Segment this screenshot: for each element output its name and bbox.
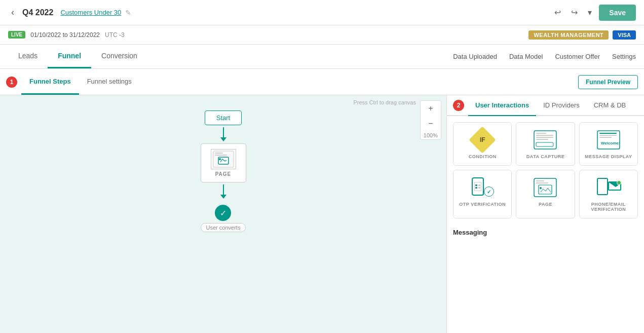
component-phone-email[interactable]: PHONE/EMAIL VERIFICATION — [579, 170, 638, 218]
canvas-hint: Press Ctrl to drag canvas — [354, 99, 416, 105]
svg-rect-8 — [536, 137, 553, 138]
svg-rect-9 — [536, 139, 548, 140]
component-condition[interactable]: IF CONDITION — [453, 122, 512, 166]
page-label: PAGE — [539, 202, 552, 207]
zoom-controls: + − 100% — [420, 100, 441, 140]
utc-label: UTC -3 — [105, 31, 125, 39]
page-node-icon — [211, 149, 236, 169]
panel-tab-crm-db[interactable]: CRM & DB — [587, 95, 633, 116]
nav-customer-offer[interactable]: Customer Offer — [555, 53, 600, 60]
main-layout: Press Ctrl to drag canvas + − 100% Start — [0, 95, 644, 333]
svg-rect-14 — [599, 137, 612, 138]
right-panel: 2 User Interactions ID Providers CRM & D… — [446, 95, 644, 333]
messaging-section-title: Messaging — [453, 225, 638, 240]
zoom-in-button[interactable]: + — [423, 101, 438, 116]
svg-text:Welcome!: Welcome! — [601, 141, 620, 145]
start-node[interactable]: Start — [205, 110, 242, 125]
date-range: 01/10/2022 to 31/12/2022 — [30, 31, 100, 39]
svg-rect-17 — [536, 180, 544, 181]
panel-content: IF CONDITION — [447, 116, 644, 246]
customer-link[interactable]: Customers Under 30 — [60, 9, 121, 16]
tab-leads[interactable]: Leads — [8, 45, 48, 68]
convert-circle: ✓ — [215, 205, 231, 221]
component-otp-verification[interactable]: ✓ OTP VERIFICATION — [453, 170, 512, 218]
page-icon-svg — [212, 150, 235, 168]
tab-conversion[interactable]: Conversion — [91, 45, 147, 68]
condition-if-label: IF — [480, 136, 485, 143]
visa-badge: VISA — [613, 30, 636, 40]
svg-rect-2 — [215, 155, 227, 156]
panel-badge: 2 — [453, 100, 464, 111]
convert-label: User converts — [201, 223, 246, 232]
save-button[interactable]: Save — [599, 5, 636, 21]
page-icon — [533, 176, 558, 199]
undo-button[interactable]: ↩ — [551, 6, 564, 19]
panel-header: 2 User Interactions ID Providers CRM & D… — [447, 95, 644, 116]
data-capture-icon — [533, 129, 558, 151]
svg-point-4 — [219, 158, 221, 160]
dropdown-button[interactable]: ▾ — [585, 6, 595, 19]
redo-button[interactable]: ↪ — [568, 6, 581, 19]
zoom-level: 100% — [421, 131, 441, 139]
message-display-label: MESSAGE DISPLAY — [585, 154, 632, 159]
nav-settings[interactable]: Settings — [612, 53, 636, 60]
otp-verification-icon: ✓ — [470, 176, 495, 199]
top-bar-left: ‹ Q4 2022 Customers Under 30 ✎ — [8, 6, 131, 19]
funnel-subtabs-bar: 1 Funnel Steps Funnel settings Funnel Pr… — [0, 69, 644, 95]
panel-tabs: User Interactions ID Providers CRM & DB — [468, 95, 638, 115]
data-capture-label: DATA CAPTURE — [526, 154, 564, 159]
svg-rect-12 — [599, 133, 617, 134]
condition-label: CONDITION — [469, 154, 497, 159]
component-grid: IF CONDITION — [453, 122, 638, 218]
sub-bar-left: LIVE 01/10/2022 to 31/12/2022 UTC -3 — [8, 31, 125, 39]
nav-tabs-left: Leads Funnel Conversion — [8, 45, 147, 68]
page-node-label: PAGE — [208, 171, 239, 177]
sub-bar: LIVE 01/10/2022 to 31/12/2022 UTC -3 WEA… — [0, 25, 644, 45]
svg-rect-7 — [536, 135, 553, 136]
component-data-capture[interactable]: DATA CAPTURE — [516, 122, 575, 166]
nav-tabs: Leads Funnel Conversion Data Uploaded Da… — [0, 45, 644, 69]
page-node[interactable]: PAGE — [201, 143, 246, 182]
quarter-title: Q4 2022 — [22, 8, 53, 17]
convert-node: ✓ User converts — [201, 205, 246, 232]
svg-rect-1 — [215, 153, 223, 154]
funnel-preview-button[interactable]: Funnel Preview — [578, 75, 638, 89]
phone-email-icon — [596, 176, 621, 199]
nav-data-uploaded[interactable]: Data Uploaded — [453, 53, 497, 60]
funnel-canvas: Start PAGE — [0, 95, 446, 232]
back-button[interactable]: ‹ — [8, 6, 17, 19]
zoom-out-button[interactable]: − — [423, 116, 438, 131]
component-message-display[interactable]: Welcome! MESSAGE DISPLAY — [579, 122, 638, 166]
step-badge: 1 — [6, 77, 17, 88]
panel-tab-user-interactions[interactable]: User Interactions — [468, 95, 536, 116]
otp-verification-label: OTP VERIFICATION — [459, 202, 506, 207]
svg-point-20 — [540, 187, 542, 189]
nav-data-model[interactable]: Data Model — [509, 53, 543, 60]
edit-icon[interactable]: ✎ — [125, 9, 131, 17]
nav-tabs-right: Data Uploaded Data Model Customer Offer … — [453, 53, 636, 60]
svg-rect-18 — [536, 182, 548, 183]
canvas-area[interactable]: Press Ctrl to drag canvas + − 100% Start — [0, 95, 446, 333]
message-display-icon: Welcome! — [596, 129, 621, 151]
wealth-management-badge: WEALTH MANAGEMENT — [528, 30, 609, 40]
component-page[interactable]: PAGE — [516, 170, 575, 218]
funnel-subtabs: Funnel Steps Funnel settings — [21, 69, 140, 95]
svg-rect-13 — [599, 135, 617, 136]
panel-tab-id-providers[interactable]: ID Providers — [536, 95, 587, 116]
subtab-funnel-steps[interactable]: Funnel Steps — [21, 69, 79, 95]
condition-icon: IF — [470, 129, 495, 151]
top-bar-right: ↩ ↪ ▾ Save — [551, 5, 636, 21]
sub-bar-right: WEALTH MANAGEMENT VISA — [528, 30, 636, 40]
live-badge: LIVE — [8, 31, 25, 39]
top-bar: ‹ Q4 2022 Customers Under 30 ✎ ↩ ↪ ▾ Sav… — [0, 0, 644, 25]
svg-rect-6 — [536, 133, 546, 134]
tab-funnel[interactable]: Funnel — [48, 45, 91, 68]
subtab-funnel-settings[interactable]: Funnel settings — [79, 69, 140, 95]
phone-email-label: PHONE/EMAIL VERIFICATION — [584, 202, 633, 212]
